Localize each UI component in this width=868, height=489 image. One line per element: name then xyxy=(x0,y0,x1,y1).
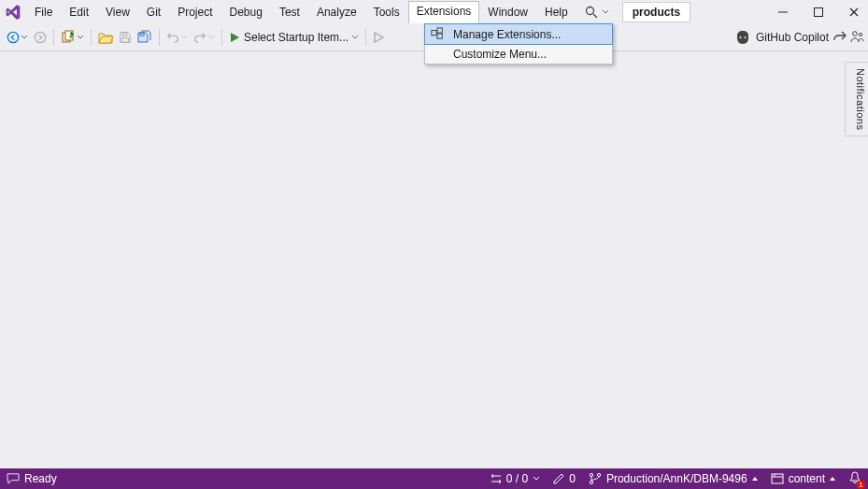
vs-logo-icon xyxy=(0,4,26,21)
menu-test[interactable]: Test xyxy=(271,2,308,22)
svg-rect-5 xyxy=(437,28,442,33)
maximize-button[interactable] xyxy=(810,4,827,21)
status-repo[interactable]: content xyxy=(764,468,842,489)
svg-rect-3 xyxy=(815,8,823,17)
solution-name[interactable]: products xyxy=(622,2,690,22)
bell-icon xyxy=(848,471,861,487)
close-button[interactable] xyxy=(846,4,862,21)
minimize-button[interactable] xyxy=(775,4,791,21)
menu-debug[interactable]: Debug xyxy=(221,2,271,22)
chevron-down-icon xyxy=(533,475,540,482)
startup-item-label: Select Startup Item... xyxy=(244,31,349,44)
open-file-button[interactable] xyxy=(95,27,116,48)
status-ready-label: Ready xyxy=(24,472,57,485)
menu-extensions[interactable]: Extensions xyxy=(408,1,480,23)
svg-point-18 xyxy=(597,473,600,476)
menu-manage-extensions-label: Manage Extensions... xyxy=(453,28,561,41)
svg-point-7 xyxy=(7,32,18,42)
live-share-button[interactable] xyxy=(849,29,864,47)
status-notifications[interactable] xyxy=(842,468,868,489)
menu-window[interactable]: Window xyxy=(479,2,536,22)
svg-point-15 xyxy=(859,33,861,36)
copilot-label: GitHub Copilot xyxy=(756,31,829,44)
svg-rect-11 xyxy=(122,33,126,36)
branch-icon xyxy=(589,472,602,485)
svg-rect-6 xyxy=(437,34,442,38)
menu-manage-extensions[interactable]: Manage Extensions... xyxy=(424,23,613,45)
status-edits[interactable]: 0 xyxy=(547,468,582,489)
svg-rect-12 xyxy=(122,38,129,42)
chevron-up-icon xyxy=(752,477,758,481)
svg-rect-10 xyxy=(65,31,73,40)
chat-icon xyxy=(7,473,20,484)
menu-help[interactable]: Help xyxy=(536,2,576,22)
status-repo-label: content xyxy=(789,472,825,485)
pencil-icon xyxy=(553,473,564,484)
svg-line-1 xyxy=(593,14,597,18)
start-debug-button[interactable]: Select Startup Item... xyxy=(226,27,362,48)
repo-icon xyxy=(771,472,784,485)
save-button[interactable] xyxy=(116,27,135,48)
svg-rect-19 xyxy=(772,474,783,483)
extensions-dropdown: Manage Extensions... Customize Menu... xyxy=(424,23,613,65)
search-dropdown-icon[interactable] xyxy=(602,8,609,16)
search-icon[interactable] xyxy=(584,5,599,20)
start-without-debug-button[interactable] xyxy=(370,27,387,48)
menu-customize-menu[interactable]: Customize Menu... xyxy=(425,44,612,64)
menu-git[interactable]: Git xyxy=(138,2,169,22)
undo-button[interactable] xyxy=(164,27,191,48)
menu-edit[interactable]: Edit xyxy=(61,2,97,22)
status-errors-label: 0 / 0 xyxy=(506,472,528,485)
status-branch-label: Production/AnnK/DBM-9496 xyxy=(606,472,747,485)
svg-point-0 xyxy=(586,7,593,15)
menu-customize-menu-label: Customize Menu... xyxy=(453,48,547,61)
menu-file[interactable]: File xyxy=(26,2,61,22)
chevron-up-icon xyxy=(830,477,835,481)
status-ready[interactable]: Ready xyxy=(0,468,64,489)
svg-point-17 xyxy=(590,481,592,483)
nav-back-button[interactable] xyxy=(4,27,31,48)
menu-view[interactable]: View xyxy=(97,2,138,22)
status-branch[interactable]: Production/AnnK/DBM-9496 xyxy=(582,468,764,489)
editor-area xyxy=(0,51,868,468)
github-copilot-button[interactable]: GitHub Copilot xyxy=(735,24,829,50)
menu-analyze[interactable]: Analyze xyxy=(308,2,365,22)
status-edits-label: 0 xyxy=(569,472,576,485)
arrows-icon xyxy=(491,473,502,484)
share-button[interactable] xyxy=(832,29,847,47)
redo-button[interactable] xyxy=(191,27,218,48)
status-errors[interactable]: 0 / 0 xyxy=(484,468,547,489)
nav-forward-button[interactable] xyxy=(31,27,50,48)
menu-bar: File Edit View Git Project Debug Test An… xyxy=(26,0,576,24)
menu-project[interactable]: Project xyxy=(169,2,221,22)
copilot-icon xyxy=(735,30,750,45)
notifications-tab[interactable]: Notifications xyxy=(845,62,868,137)
save-all-button[interactable] xyxy=(135,27,155,48)
menu-tools[interactable]: Tools xyxy=(365,2,408,22)
svg-rect-4 xyxy=(432,31,436,36)
status-bar: Ready 0 / 0 0 Production/AnnK/DBM-9496 c… xyxy=(0,468,868,489)
new-item-button[interactable] xyxy=(58,27,87,48)
extensions-icon xyxy=(431,27,444,43)
svg-point-8 xyxy=(35,32,45,42)
svg-point-14 xyxy=(853,32,858,36)
svg-point-16 xyxy=(590,473,592,476)
